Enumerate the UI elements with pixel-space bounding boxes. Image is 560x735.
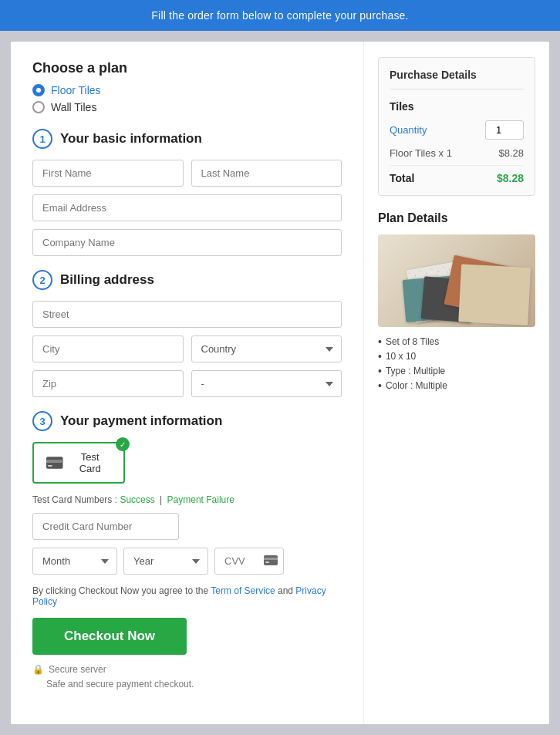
country-select[interactable]: Country United States United Kingdom Can…: [191, 335, 342, 362]
tiles-label: Tiles: [390, 100, 524, 113]
feature-4: Color : Multiple: [378, 380, 535, 391]
product-price: $8.28: [498, 147, 524, 159]
test-card-note: Test Card Numbers : Success | Payment Fa…: [32, 494, 342, 505]
basic-info-header: 1 Your basic information: [32, 129, 342, 149]
first-name-input[interactable]: [32, 160, 184, 187]
success-link[interactable]: Success: [120, 494, 154, 505]
svg-rect-2: [48, 465, 52, 467]
total-price: $8.28: [497, 172, 524, 184]
total-label: Total: [390, 172, 414, 184]
tile-beige: [458, 264, 531, 325]
pipe-separator: |: [160, 494, 164, 505]
total-row: Total $8.28: [390, 172, 524, 184]
plan-radio-group: Floor Tiles Wall Tiles: [32, 84, 342, 113]
step-1-badge: 1: [32, 129, 52, 149]
right-panel: Purchase Details Tiles Quantity Floor Ti…: [364, 42, 549, 724]
basic-info-title: Your basic information: [60, 131, 202, 147]
billing-header: 2 Billing address: [32, 270, 342, 290]
terms-prefix: By clicking Checkout Now you agree to th…: [32, 585, 208, 596]
terms-text: By clicking Checkout Now you agree to th…: [32, 585, 342, 607]
card-label: Test Card: [69, 451, 111, 474]
purchase-details-title: Purchase Details: [390, 69, 524, 89]
month-select[interactable]: Month 01 02 03 04 05 06 07 08 09 10 11 1…: [32, 548, 117, 575]
plan-section: Choose a plan Floor Tiles Wall Tiles: [32, 60, 342, 113]
checkout-button[interactable]: Checkout Now: [32, 618, 187, 655]
feature-3: Type : Multiple: [378, 366, 535, 376]
secure-info: 🔒 Secure server Safe and secure payment …: [32, 664, 342, 690]
check-badge: ✓: [116, 437, 130, 451]
purchase-details-box: Purchase Details Tiles Quantity Floor Ti…: [378, 57, 535, 196]
payment-section: 3 Your payment information ✓ Test Card T…: [32, 411, 342, 690]
failure-link[interactable]: Payment Failure: [167, 494, 234, 505]
tile-image: [378, 234, 535, 327]
secure-label: Secure server: [49, 664, 106, 675]
radio-floor-label: Floor Tiles: [51, 84, 101, 96]
email-row: [32, 194, 342, 221]
cc-input[interactable]: [32, 513, 179, 540]
feature-2: 10 x 10: [378, 351, 535, 362]
radio-wall-tiles[interactable]: Wall Tiles: [32, 101, 342, 113]
test-card-prefix: Test Card Numbers :: [32, 494, 117, 505]
test-card-button[interactable]: ✓ Test Card: [32, 442, 125, 484]
company-input[interactable]: [32, 229, 342, 256]
secure-row: 🔒 Secure server: [32, 664, 342, 675]
banner-text: Fill the order form below to complete yo…: [151, 9, 408, 22]
step-2-badge: 2: [32, 270, 52, 290]
cvv-icon: [264, 555, 278, 568]
quantity-label: Quantity: [390, 124, 427, 136]
last-name-input[interactable]: [191, 160, 342, 187]
radio-floor-icon: [32, 84, 45, 96]
secure-desc: Safe and secure payment checkout.: [32, 676, 342, 690]
state-select[interactable]: - CA NY: [191, 370, 342, 397]
street-row: [32, 301, 342, 328]
quantity-row: Quantity: [390, 120, 524, 140]
secure-desc-text: Safe and secure payment checkout.: [46, 679, 194, 689]
plan-features: Set of 8 Tiles 10 x 10 Type : Multiple C…: [378, 336, 535, 391]
city-input[interactable]: [32, 335, 184, 362]
terms-link[interactable]: Term of Service: [211, 585, 275, 596]
product-row: Floor Tiles x 1 $8.28: [390, 147, 524, 166]
svg-rect-3: [264, 555, 278, 565]
cc-row: [32, 513, 342, 540]
plan-details-title: Plan Details: [378, 211, 535, 225]
feature-1: Set of 8 Tiles: [378, 336, 535, 347]
quantity-input[interactable]: [485, 120, 524, 140]
year-select[interactable]: Year 2024 2025 2026 2027: [123, 548, 208, 575]
radio-wall-icon: [32, 101, 45, 113]
payment-header: 3 Your payment information: [32, 411, 342, 431]
card-icon: [46, 457, 63, 469]
zip-input[interactable]: [32, 370, 184, 397]
billing-title: Billing address: [60, 272, 154, 288]
expiry-cvv-row: Month 01 02 03 04 05 06 07 08 09 10 11 1…: [32, 548, 342, 575]
radio-floor-tiles[interactable]: Floor Tiles: [32, 84, 342, 96]
lock-icon: 🔒: [32, 664, 44, 675]
product-label: Floor Tiles x 1: [390, 147, 452, 159]
plan-title: Choose a plan: [32, 60, 342, 76]
step-3-badge: 3: [32, 411, 52, 431]
payment-title: Your payment information: [60, 413, 222, 429]
main-container: Choose a plan Floor Tiles Wall Tiles 1: [11, 42, 549, 724]
email-input[interactable]: [32, 194, 342, 221]
city-country-row: Country United States United Kingdom Can…: [32, 335, 342, 362]
svg-rect-1: [46, 460, 63, 463]
svg-rect-5: [265, 561, 269, 563]
plan-details-section: Plan Details: [378, 211, 535, 391]
billing-section: 2 Billing address Country United States …: [32, 270, 342, 397]
svg-rect-4: [264, 558, 278, 560]
top-banner: Fill the order form below to complete yo…: [0, 0, 560, 31]
terms-and: and: [278, 585, 295, 596]
street-input[interactable]: [32, 301, 342, 328]
zip-state-row: - CA NY: [32, 370, 342, 397]
page-wrapper: Fill the order form below to complete yo…: [0, 0, 560, 735]
company-row: [32, 229, 342, 256]
radio-wall-label: Wall Tiles: [51, 101, 96, 113]
basic-info-section: 1 Your basic information: [32, 129, 342, 256]
left-panel: Choose a plan Floor Tiles Wall Tiles 1: [11, 42, 364, 724]
tile-mosaic: [378, 234, 535, 327]
cvv-container: [214, 548, 284, 575]
name-row: [32, 160, 342, 187]
